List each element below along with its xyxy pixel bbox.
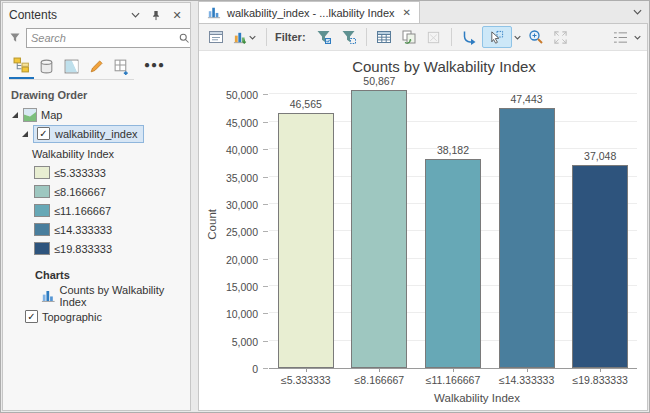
- legend-swatch[interactable]: [34, 185, 50, 198]
- tab-list-chevron-icon[interactable]: [633, 9, 642, 15]
- chart-item-label: Counts by Walkability Index: [60, 284, 190, 308]
- bar[interactable]: [278, 113, 334, 368]
- bar[interactable]: [572, 165, 628, 368]
- more-options-icon[interactable]: ●●●: [144, 59, 165, 76]
- chart-tree-item[interactable]: Counts by Walkability Index: [3, 286, 190, 305]
- chevron-down-icon[interactable]: [632, 35, 642, 40]
- separator: [266, 28, 267, 46]
- bar-value-label: 47,443: [490, 93, 564, 105]
- chevron-down-icon[interactable]: [513, 35, 523, 40]
- legend-swatch[interactable]: [34, 223, 50, 236]
- map-tree-item[interactable]: Map: [3, 105, 190, 124]
- bar-value-label: 46,565: [269, 98, 343, 110]
- filter-icon[interactable]: [9, 32, 21, 44]
- close-tab-icon[interactable]: ✕: [403, 7, 411, 18]
- legend-item: ≤19.833333: [3, 239, 190, 258]
- legend-swatch[interactable]: [34, 166, 50, 179]
- legend-label: ≤5.333333: [54, 167, 106, 179]
- x-axis-ticks: ≤5.333333≤8.166667≤11.166667≤14.333333≤1…: [269, 369, 637, 389]
- bar-slot: 47,443: [490, 79, 564, 368]
- x-tick-mark: [453, 369, 454, 372]
- y-tick-mark: [263, 94, 268, 95]
- rotate-chart-button[interactable]: [457, 26, 481, 48]
- legend-label: ≤14.333333: [54, 224, 112, 236]
- select-mode-button[interactable]: [482, 26, 512, 48]
- x-tick-slot: ≤19.833333: [563, 369, 637, 389]
- show-table-button[interactable]: [372, 26, 396, 48]
- filter-by-selection-button[interactable]: [312, 26, 336, 48]
- expand-collapse-icon[interactable]: [21, 130, 29, 138]
- full-extent-button[interactable]: [549, 26, 573, 48]
- bar[interactable]: [425, 159, 481, 368]
- x-tick-label: ≤19.833333: [563, 374, 637, 386]
- walkability-layer-item[interactable]: ✓ walkability_index: [3, 124, 190, 143]
- y-tick-mark: [263, 259, 268, 260]
- search-box: [26, 28, 191, 48]
- legend-swatch[interactable]: [34, 204, 50, 217]
- list-by-data-source-button[interactable]: [34, 55, 59, 79]
- chart-view: walkability_index - ...lkability Index ✕…: [198, 1, 648, 411]
- y-tick-label: 50,000: [226, 89, 258, 101]
- separator: [366, 28, 367, 46]
- x-tick-slot: ≤5.333333: [269, 369, 343, 389]
- filter-label: Filter:: [275, 31, 306, 43]
- chart-type-button[interactable]: [229, 26, 261, 48]
- plot-area: 46,56550,86738,18247,44337,048: [269, 79, 637, 369]
- arcgis-pro-window: Contents ✕: [0, 0, 650, 413]
- selected-layer-box[interactable]: ✓ walkability_index: [33, 125, 144, 143]
- chart-title: Counts by Walkability Index: [251, 58, 637, 75]
- switch-selection-button[interactable]: [397, 26, 421, 48]
- y-tick-label: 40,000: [226, 144, 258, 156]
- pin-icon[interactable]: [149, 8, 163, 22]
- y-axis-title: Count: [206, 209, 218, 240]
- chart-view-body: Filter:: [198, 23, 648, 411]
- contents-toolbar: ●●●: [3, 51, 190, 79]
- search-input[interactable]: [31, 32, 174, 44]
- bar-value-label: 50,867: [343, 75, 417, 87]
- chart-properties-button[interactable]: [204, 26, 228, 48]
- bar-slot: 37,048: [563, 79, 637, 368]
- plot-column: 46,56550,86738,18247,44337,048 ≤5.333333…: [269, 79, 637, 410]
- charts-section-row: Charts: [3, 265, 190, 284]
- x-tick-mark: [379, 369, 380, 372]
- legend-swatch[interactable]: [34, 242, 50, 255]
- y-tick-label: 45,000: [226, 117, 258, 129]
- x-tick-mark: [527, 369, 528, 372]
- close-icon[interactable]: ✕: [170, 8, 184, 22]
- legend-item: ≤5.333333: [3, 163, 190, 182]
- legend-options-button[interactable]: [608, 26, 632, 48]
- list-by-snapping-button[interactable]: [109, 55, 134, 79]
- y-tick-mark: [263, 231, 268, 232]
- basemap-tree-item[interactable]: ✓ Topographic: [3, 307, 190, 326]
- bar[interactable]: [499, 108, 555, 368]
- x-tick-label: ≤8.166667: [343, 374, 417, 386]
- bar-value-label: 38,182: [416, 144, 490, 156]
- bar-slot: 50,867: [343, 79, 417, 368]
- bar-value-label: 37,048: [563, 150, 637, 162]
- filter-by-extent-button[interactable]: [337, 26, 361, 48]
- y-tick-mark: [263, 286, 268, 287]
- y-tick-label: 0: [252, 363, 258, 375]
- drawing-order-label: Drawing Order: [3, 79, 190, 105]
- y-tick-label: 15,000: [226, 281, 258, 293]
- separator: [451, 28, 452, 46]
- expand-collapse-icon[interactable]: [11, 111, 19, 119]
- y-tick-mark: [263, 204, 268, 205]
- legend-title: Walkability Index: [32, 148, 114, 160]
- search-icon[interactable]: [178, 32, 190, 44]
- layer-visibility-checkbox[interactable]: ✓: [37, 127, 50, 140]
- basemap-label: Topographic: [42, 311, 102, 323]
- list-by-selection-button[interactable]: [59, 55, 84, 79]
- clear-selection-button[interactable]: [422, 26, 446, 48]
- list-by-editing-button[interactable]: [84, 55, 109, 79]
- y-tick-mark: [263, 368, 268, 369]
- chevron-down-icon[interactable]: [128, 8, 142, 22]
- chart-tab[interactable]: walkability_index - ...lkability Index ✕: [198, 1, 420, 23]
- basemap-visibility-checkbox[interactable]: ✓: [25, 310, 38, 323]
- x-tick-slot: ≤8.166667: [343, 369, 417, 389]
- bar[interactable]: [351, 90, 407, 368]
- legend-label: ≤8.166667: [54, 186, 106, 198]
- zoom-mode-button[interactable]: [524, 26, 548, 48]
- list-by-drawing-order-button[interactable]: [9, 55, 34, 79]
- legend-item: ≤14.333333: [3, 220, 190, 239]
